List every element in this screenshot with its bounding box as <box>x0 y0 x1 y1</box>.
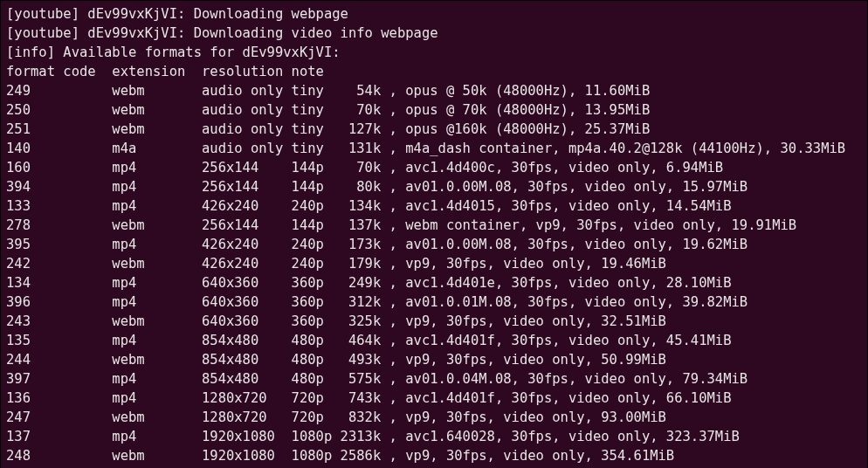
terminal-output: [youtube] dEv99vxKjVI: Downloading webpa… <box>0 0 868 468</box>
